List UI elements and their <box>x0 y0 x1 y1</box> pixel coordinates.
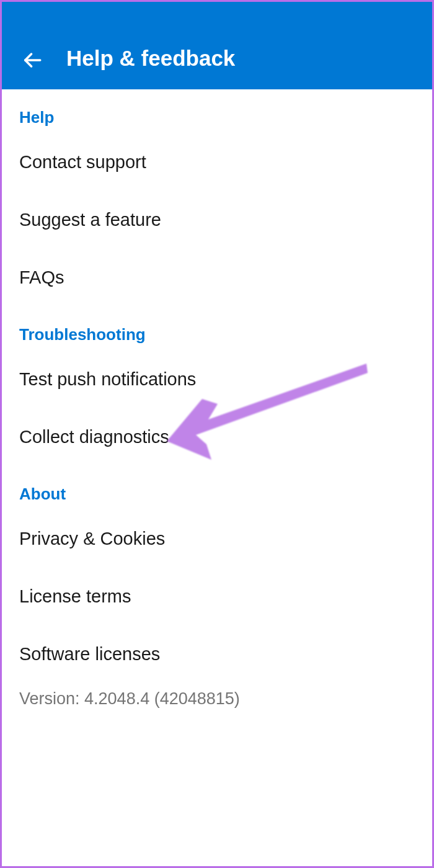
list-item-license-terms[interactable]: License terms <box>19 568 415 625</box>
list-item-privacy[interactable]: Privacy & Cookies <box>19 510 415 568</box>
section-header-about: About <box>19 466 415 510</box>
version-text: Version: 4.2048.4 (42048815) <box>19 683 415 715</box>
section-header-troubleshooting: Troubleshooting <box>19 306 415 351</box>
list-item-test-push[interactable]: Test push notifications <box>19 351 415 408</box>
section-header-help: Help <box>19 89 415 133</box>
list-item-software-licenses[interactable]: Software licenses <box>19 625 415 683</box>
list-item-suggest-feature[interactable]: Suggest a feature <box>19 191 415 249</box>
app-bar: Help & feedback <box>2 2 432 89</box>
back-arrow-icon[interactable] <box>22 50 43 71</box>
list-item-collect-diagnostics[interactable]: Collect diagnostics <box>19 408 415 466</box>
list-item-faqs[interactable]: FAQs <box>19 249 415 306</box>
content: Help Contact support Suggest a feature F… <box>2 89 432 715</box>
page-title: Help & feedback <box>66 46 235 71</box>
list-item-contact-support[interactable]: Contact support <box>19 133 415 191</box>
